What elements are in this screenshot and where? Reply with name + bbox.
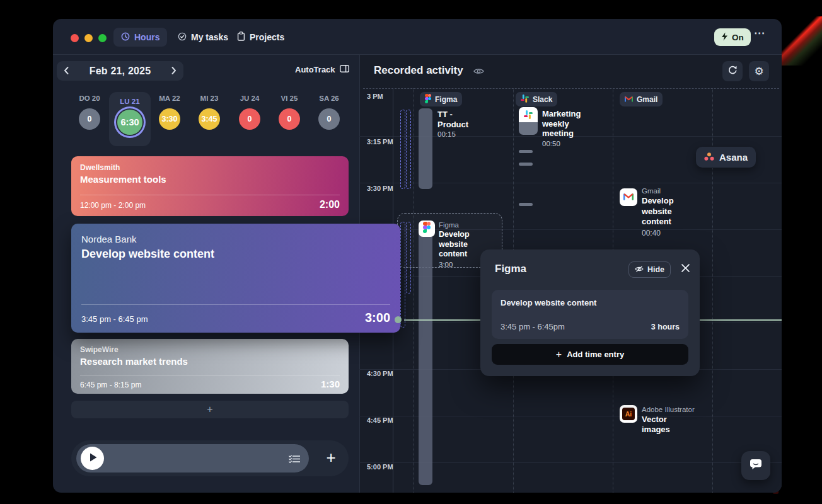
tab-my-tasks[interactable]: My tasks bbox=[170, 28, 236, 47]
entry-client: Dwellsmith bbox=[80, 163, 349, 172]
activity-icon-figma[interactable] bbox=[419, 220, 435, 237]
day-fri-25[interactable]: VI 250 bbox=[269, 94, 310, 130]
slack-activity-tick bbox=[519, 163, 533, 166]
tab-hours-label: Hours bbox=[134, 32, 159, 42]
day-thu-20[interactable]: DO 200 bbox=[69, 94, 110, 130]
time-label: 5:00 PM bbox=[367, 463, 400, 471]
clipboard-icon bbox=[237, 32, 245, 43]
app-chip-asana[interactable]: Asana bbox=[696, 147, 756, 168]
plus-icon: + bbox=[207, 404, 212, 415]
play-icon bbox=[88, 453, 97, 464]
add-entry-button[interactable]: + bbox=[71, 401, 349, 418]
recorded-activity-title: Recorded activity bbox=[374, 64, 463, 77]
day-label: DO 20 bbox=[79, 94, 100, 102]
time-label: 4:45 PM bbox=[367, 416, 400, 424]
refresh-button[interactable] bbox=[722, 61, 743, 81]
eye-icon[interactable] bbox=[473, 66, 484, 77]
activity-figma-develop[interactable]: Figma Develop website content 3:00 bbox=[439, 221, 480, 268]
entry-divider bbox=[80, 375, 340, 375]
timer-input[interactable] bbox=[76, 444, 309, 472]
day-total-badge: 3:30 bbox=[159, 108, 180, 130]
time-label: 3:15 PM bbox=[367, 138, 400, 146]
activity-bar-figma-2[interactable] bbox=[419, 222, 432, 485]
activity-icon-slack[interactable] bbox=[519, 107, 538, 135]
date-navigator[interactable]: Feb 21, 2025 bbox=[57, 61, 183, 81]
popup-duration: 3 hours bbox=[651, 323, 680, 331]
time-entry-card-dwellsmith[interactable]: Dwellsmith Measurement tools 12:00 pm - … bbox=[71, 156, 349, 216]
popup-task: Develop website content bbox=[501, 298, 596, 307]
activity-illustrator-vector[interactable]: Adobe Illustrator Vector images bbox=[642, 406, 717, 434]
activity-figma-tt-product[interactable]: TT - Product 00:15 bbox=[437, 110, 483, 138]
activity-app-label: Adobe Illustrator bbox=[642, 406, 717, 413]
eye-off-icon bbox=[635, 265, 644, 275]
entry-duration: 1:30 bbox=[321, 379, 340, 389]
entry-client: Nordea Bank bbox=[81, 234, 400, 244]
activity-icon-illustrator[interactable]: Ai bbox=[620, 405, 637, 423]
activity-gmail-develop[interactable]: Gmail Develop website content 00:40 bbox=[642, 187, 683, 238]
task-list-icon[interactable] bbox=[289, 454, 300, 466]
entry-time-range: 6:45 pm - 8:15 pm bbox=[80, 381, 141, 389]
activity-title: TT - Product bbox=[437, 110, 483, 129]
time-entry-card-swipewire[interactable]: SwipeWire Research market trends 6:45 pm… bbox=[71, 339, 349, 394]
clock-icon bbox=[121, 32, 130, 43]
minimize-window-button[interactable] bbox=[84, 34, 93, 42]
app-chip-figma[interactable]: Figma bbox=[420, 92, 462, 106]
figma-icon bbox=[423, 222, 431, 236]
chevron-left-icon[interactable] bbox=[64, 66, 69, 77]
day-label: VI 25 bbox=[281, 94, 298, 102]
figma-icon bbox=[425, 94, 431, 105]
autotrack-on-toggle[interactable]: On bbox=[714, 28, 751, 46]
add-time-entry-button[interactable]: + Add time entry bbox=[492, 344, 688, 365]
timeline-marker-dot[interactable] bbox=[395, 316, 402, 323]
day-label: SA 26 bbox=[319, 94, 339, 102]
time-label: 4:30 PM bbox=[367, 370, 400, 377]
day-label: MI 23 bbox=[200, 94, 219, 102]
check-circle-icon bbox=[178, 32, 187, 43]
start-timer-button[interactable] bbox=[81, 447, 104, 470]
settings-button[interactable]: ⚙ bbox=[749, 61, 769, 81]
popup-title: Figma bbox=[495, 263, 526, 275]
day-tue-22[interactable]: MA 223:30 bbox=[149, 94, 190, 130]
activity-slack-meeting[interactable]: Marketing weekly meeting 00:50 bbox=[542, 109, 596, 147]
day-total-badge: 3:45 bbox=[199, 108, 220, 130]
new-timer-button[interactable]: + bbox=[321, 449, 341, 467]
more-menu-button[interactable]: ⋯ bbox=[754, 26, 765, 40]
app-chip-slack[interactable]: Slack bbox=[516, 92, 557, 106]
activity-icon-gmail[interactable] bbox=[620, 188, 637, 206]
gmail-icon bbox=[623, 192, 634, 203]
activity-duration: 00:50 bbox=[542, 140, 596, 147]
tab-hours[interactable]: Hours bbox=[113, 28, 167, 47]
app-window: Hours My tasks Projects On ⋯ Feb 21, 202… bbox=[53, 19, 782, 493]
chevron-right-icon[interactable] bbox=[171, 66, 177, 77]
tab-projects[interactable]: Projects bbox=[229, 28, 292, 47]
day-total-badge: 0 bbox=[318, 108, 340, 130]
day-mon-21[interactable]: LU 216:30 bbox=[109, 92, 151, 146]
adobe-illustrator-icon: Ai bbox=[622, 408, 635, 420]
recorded-activity-tick bbox=[406, 110, 411, 189]
popup-entry-summary: Develop website content 3:45 pm - 6:45pm… bbox=[492, 290, 688, 339]
activity-duration: 00:15 bbox=[437, 130, 483, 138]
close-window-button[interactable] bbox=[71, 34, 79, 42]
entry-client: SwipeWire bbox=[80, 345, 349, 354]
zoom-window-button[interactable] bbox=[98, 34, 107, 42]
day-label: MA 22 bbox=[159, 94, 180, 102]
side-panel-icon bbox=[340, 65, 349, 74]
recorded-activity-tick bbox=[400, 110, 405, 189]
activity-duration: 00:40 bbox=[642, 229, 683, 238]
time-label: 3:30 PM bbox=[367, 185, 400, 192]
app-chip-label: Gmail bbox=[637, 95, 657, 104]
activity-bar-figma-1[interactable] bbox=[419, 108, 432, 189]
day-sat-26[interactable]: SA 260 bbox=[309, 94, 349, 130]
chat-support-button[interactable] bbox=[741, 451, 770, 480]
time-entry-card-nordea[interactable]: Nordea Bank Develop website content 3:45… bbox=[71, 224, 400, 333]
autotrack-panel-toggle[interactable]: AutoTrack bbox=[295, 65, 349, 74]
app-chip-gmail[interactable]: Gmail bbox=[620, 92, 663, 106]
day-thu-24[interactable]: JU 240 bbox=[229, 94, 270, 130]
tab-my-tasks-label: My tasks bbox=[191, 32, 228, 42]
close-icon[interactable] bbox=[681, 263, 690, 275]
hide-app-button[interactable]: Hide bbox=[628, 261, 671, 278]
desktop: { "topbar": { "tabs": [ {"label": "Hours… bbox=[0, 0, 822, 504]
day-total-badge: 0 bbox=[239, 108, 260, 130]
day-wed-23[interactable]: MI 233:45 bbox=[189, 94, 229, 130]
entry-time-range: 3:45 pm - 6:45 pm bbox=[81, 314, 148, 324]
